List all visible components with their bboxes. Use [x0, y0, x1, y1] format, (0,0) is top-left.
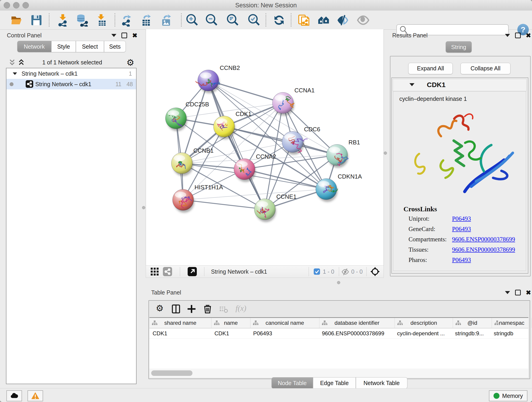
add-column-icon[interactable] — [186, 304, 196, 314]
results-panel-tab-string[interactable]: String — [446, 41, 472, 53]
network-node-CDKN1A[interactable]: CDKN1A — [316, 173, 362, 202]
column-type-icon — [253, 320, 259, 326]
table-cell[interactable]: P06493 — [250, 328, 319, 338]
table-cell[interactable]: 9606.ENSP00000378699 — [319, 328, 394, 338]
column-header-namespac[interactable]: namespac — [492, 318, 532, 328]
table-cell[interactable]: CDK1 — [149, 328, 211, 338]
show-columns-icon[interactable] — [171, 304, 181, 314]
column-header-name[interactable]: name — [211, 318, 250, 328]
crosslinks-heading: CrossLinks — [404, 205, 437, 213]
table-cell[interactable]: CDK1 — [211, 328, 250, 338]
node-label-CDC6: CDC6 — [304, 126, 320, 133]
crosslink-link[interactable]: 9606.ENSP00000378699 — [452, 236, 515, 243]
network-canvas[interactable]: CCNB2CCNA1CDC25BCDK1CDC6RB1CCNB1CCNA2CDK… — [146, 29, 384, 265]
tab-string[interactable]: String — [446, 41, 472, 53]
crosslink-link[interactable]: P06493 — [452, 256, 471, 264]
zoom-out-icon[interactable] — [205, 14, 218, 27]
export-network-icon[interactable] — [120, 14, 133, 27]
scrollbar-thumb[interactable] — [151, 370, 192, 376]
network-node-CCNA1[interactable]: CCNA1 — [272, 87, 315, 116]
network-collection-row[interactable]: String Network – cdk1 1 — [6, 68, 136, 79]
window-title: Session: New Session — [0, 0, 532, 11]
expand-all-button[interactable]: Expand All — [408, 63, 453, 74]
zoom-selected-icon[interactable] — [247, 14, 260, 27]
panel-float-icon[interactable] — [515, 290, 521, 295]
protein-section-header[interactable]: CDK1 — [393, 79, 526, 91]
network-node-CCNE1[interactable]: CCNE1 — [254, 193, 297, 222]
panel-close-icon[interactable]: ✖ — [526, 33, 531, 38]
tab-sets[interactable]: Sets — [104, 41, 126, 52]
column-header-@id[interactable]: @id — [453, 318, 492, 328]
panel-menu-icon[interactable] — [505, 34, 510, 37]
grid-view-icon[interactable] — [150, 267, 159, 276]
column-header-shared-name[interactable]: shared name — [149, 318, 211, 328]
node-label-CCNB2: CCNB2 — [220, 64, 240, 71]
import-network-icon[interactable] — [56, 14, 69, 27]
network-node-CCNB1[interactable]: CCNB1 — [171, 147, 214, 176]
column-type-icon — [322, 320, 328, 326]
import-table-icon[interactable] — [95, 14, 108, 27]
table-cell[interactable]: cyclin-dependent ... — [394, 328, 452, 338]
table-row[interactable]: CDK1CDK1P064939606.ENSP00000378699cyclin… — [149, 328, 528, 339]
panel-close-icon[interactable]: ✖ — [526, 290, 531, 295]
section-expander-icon[interactable] — [409, 83, 414, 86]
network-row-selected[interactable]: String Network – cdk1 11 48 — [6, 79, 136, 89]
table-cell[interactable]: stringdb — [491, 328, 530, 338]
crosslink-link[interactable]: 9606.ENSP00000378699 — [452, 246, 515, 253]
import-network-from-database-icon[interactable] — [76, 14, 89, 27]
panel-close-icon[interactable]: ✖ — [132, 33, 138, 38]
tree-expander-icon[interactable] — [13, 72, 17, 75]
memory-button[interactable]: Memory — [489, 390, 527, 401]
tab-node-table[interactable]: Node Table — [272, 377, 313, 389]
network-edge-CDKN1A-HIST1H1A[interactable] — [183, 189, 326, 200]
export-table-icon[interactable] — [140, 14, 152, 27]
panel-menu-icon[interactable] — [111, 34, 116, 37]
selected-checkbox-icon[interactable] — [313, 268, 321, 275]
table-options-gear-icon[interactable]: ⚙ — [156, 304, 164, 313]
crosslink-link[interactable]: P06493 — [452, 225, 471, 233]
column-header-database-identifier[interactable]: database identifier — [319, 318, 395, 328]
toolbar-separator — [309, 267, 309, 276]
tab-select[interactable]: Select — [76, 41, 104, 52]
column-header-description[interactable]: description — [395, 318, 453, 328]
network-node-RB1[interactable]: RB1 — [326, 139, 360, 168]
left-splitter-handle[interactable] — [142, 206, 145, 209]
open-file-icon[interactable] — [10, 14, 23, 27]
column-header-label: namespac — [499, 320, 525, 326]
home-networks-icon[interactable] — [317, 14, 330, 27]
collapse-all-button[interactable]: Collapse All — [461, 63, 510, 74]
cloud-status-button[interactable] — [6, 390, 22, 401]
right-splitter-handle[interactable] — [384, 152, 387, 155]
hide-panels-eye-icon[interactable] — [336, 14, 349, 27]
tab-edge-table[interactable]: Edge Table — [313, 377, 356, 389]
horizontal-scrollbar[interactable] — [149, 369, 528, 378]
panel-menu-icon[interactable] — [505, 291, 510, 294]
panel-float-icon[interactable] — [121, 32, 127, 38]
column-header-canonical-name[interactable]: canonical name — [250, 318, 319, 328]
network-collection-label: String Network – cdk1 — [22, 70, 78, 77]
tab-network[interactable]: Network — [17, 41, 51, 52]
zoom-fit-content-icon[interactable] — [226, 14, 239, 27]
network-view-icon[interactable] — [163, 267, 172, 276]
crosslink-label: GeneCard: — [409, 225, 435, 232]
network-edge-HIST1H1A-CCNE1[interactable] — [183, 200, 265, 209]
warnings-button[interactable] — [27, 390, 43, 401]
export-image-icon[interactable] — [160, 14, 173, 27]
crosslink-link[interactable]: P06493 — [452, 215, 471, 222]
network-node-CDC6[interactable]: CDC6 — [282, 126, 320, 155]
refresh-icon[interactable] — [273, 14, 285, 27]
zoom-in-icon[interactable] — [186, 14, 198, 27]
delete-column-icon[interactable] — [203, 304, 213, 314]
network-node-HIST1H1A[interactable]: HIST1H1A — [172, 184, 223, 213]
panel-float-icon[interactable] — [515, 32, 521, 38]
network-options-gear-icon[interactable]: ⚙ — [127, 58, 134, 67]
tab-network-table[interactable]: Network Table — [356, 377, 407, 389]
clone-network-icon[interactable] — [298, 14, 310, 27]
save-session-icon[interactable] — [30, 14, 43, 27]
birds-eye-navigator-icon[interactable] — [370, 267, 380, 277]
bottom-splitter-handle[interactable] — [337, 281, 340, 284]
crosslink-label: Pharos: — [409, 256, 427, 263]
open-in-window-icon[interactable] — [188, 267, 197, 276]
table-cell[interactable]: stringdb:9... — [452, 328, 491, 338]
tab-style[interactable]: Style — [51, 41, 76, 52]
